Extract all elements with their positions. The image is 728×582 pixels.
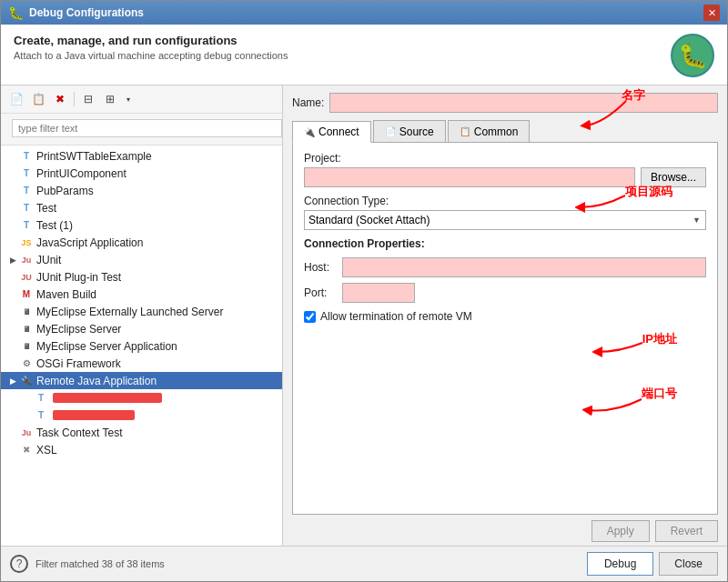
tree-item-printswt[interactable]: T PrintSWTTableExample [1,147,282,165]
toolbar-separator [74,92,75,106]
apply-revert-row: Apply Revert [292,515,718,542]
left-panel: 📄 📋 ✖ ⊟ ⊞ ▾ T PrintSWTTableExample [1,85,283,546]
toggle-maven [8,290,17,299]
debug-configurations-window: 🐛 Debug Configurations ✕ Create, manage,… [0,0,728,582]
tab-common-icon: 📋 [460,126,470,136]
toggle-printswt [8,152,17,161]
icon-redacted2: T [34,408,48,423]
tree-item-remote-java[interactable]: ▶ 🔌 Remote Java Application [1,372,282,389]
icon-task-context: Ju [19,426,34,440]
toggle-junit-plugin [8,273,17,282]
redacted-bar-2 [53,410,135,420]
toggle-redacted1 [23,394,32,403]
name-input[interactable] [329,93,718,113]
left-toolbar: 📄 📋 ✖ ⊟ ⊞ ▾ [1,85,282,114]
bug-icon: 🐛 [671,34,714,77]
tree-item-redacted1[interactable]: T [1,389,282,406]
tab-source-icon: 📄 [385,126,396,136]
browse-button[interactable]: Browse... [641,167,706,187]
tabs-bar: 🔌 Connect 📄 Source 📋 Common [292,120,718,143]
toggle-test [8,204,17,213]
tree-item-junit[interactable]: ▶ Ju JUnit [1,251,282,268]
header-subtitle: Attach to a Java virtual machine accepti… [14,50,288,61]
tree-item-redacted2[interactable]: T [1,406,282,424]
icon-printswt: T [19,149,34,164]
icon-pubparams: T [19,184,34,198]
icon-jsapp: JS [19,236,34,250]
port-row: Port: [304,283,706,303]
header-text: Create, manage, and run configurations A… [14,34,288,61]
delete-config-button[interactable]: ✖ [50,89,70,109]
filter-wrap [1,114,282,146]
tree-item-myeclipse-ext[interactable]: 🖥 MyEclipse Externally Launched Server [1,303,282,320]
toggle-junit: ▶ [8,256,17,265]
tree-item-test[interactable]: T Test [1,199,282,216]
toggle-redacted2 [23,411,32,420]
window-icon: 🐛 [8,5,24,20]
tab-connect-icon: 🔌 [304,127,315,137]
toggle-test1 [8,221,17,230]
icon-remote-java: 🔌 [19,374,34,388]
tree-item-osgi[interactable]: ⚙ OSGi Framework [1,355,282,372]
new-config-button[interactable]: 📄 [6,89,26,109]
icon-myeclipse-srv: 🖥 [19,322,34,336]
tree-item-xsl[interactable]: ✖ XSL [1,441,282,458]
conn-type-select-wrap: Standard (Socket Attach) Socket Listen ▼ [304,210,706,230]
conn-type-select[interactable]: Standard (Socket Attach) Socket Listen [304,210,706,230]
icon-myeclipse-app: 🖥 [19,339,34,354]
icon-test: T [19,201,34,216]
icon-redacted1: T [34,391,48,406]
tree-item-pubparams[interactable]: T PubParams [1,182,282,199]
allow-termination-label: Allow termination of remote VM [320,310,472,323]
debug-button[interactable]: Debug [587,552,653,576]
tab-connect[interactable]: 🔌 Connect [292,121,371,143]
tree-item-junit-plugin[interactable]: JU JUnit Plug-in Test [1,268,282,286]
tab-content: Project: Browse... Connection Type: Stan… [292,143,718,515]
window-close-button[interactable]: ✕ [703,5,720,21]
project-label: Project: [304,152,706,165]
icon-printui: T [19,166,34,181]
toggle-xsl [8,446,17,455]
tree-item-test1[interactable]: T Test (1) [1,216,282,234]
tree-item-task-context[interactable]: Ju Task Context Test [1,424,282,441]
toggle-remote-java: ▶ [8,376,17,386]
tree-item-myeclipse-srv[interactable]: 🖥 MyEclipse Server [1,320,282,337]
icon-osgi: ⚙ [19,356,34,371]
tree-area: T PrintSWTTableExample T PrintUIComponen… [1,146,282,546]
allow-termination-checkbox[interactable] [304,311,316,323]
host-row: Host: [304,257,706,277]
conn-props-label: Connection Properties: [304,237,706,250]
copy-config-button[interactable]: 📋 [28,89,48,109]
tab-common[interactable]: 📋 Common [448,120,531,142]
project-input[interactable] [304,167,635,187]
title-bar: 🐛 Debug Configurations ✕ [1,1,727,25]
toggle-task-context [8,428,17,437]
apply-button[interactable]: Apply [592,520,650,542]
filter-input[interactable] [12,119,282,137]
revert-button[interactable]: Revert [655,520,718,542]
icon-test1: T [19,218,34,233]
name-label: Name: [292,96,324,109]
tab-source[interactable]: 📄 Source [373,120,446,142]
header-title: Create, manage, and run configurations [14,34,288,47]
toggle-osgi [8,359,17,368]
host-input[interactable] [342,257,706,277]
icon-myeclipse-ext: 🖥 [19,305,34,319]
collapse-all-button[interactable]: ⊟ [78,89,98,109]
footer: ? Filter matched 38 of 38 items Debug Cl… [1,546,727,581]
tree-item-maven[interactable]: M Maven Build [1,286,282,303]
toggle-pubparams [8,186,17,196]
tree-item-printui[interactable]: T PrintUIComponent [1,165,282,182]
close-button[interactable]: Close [659,552,718,576]
footer-right: Debug Close [587,552,718,576]
help-button[interactable]: ? [10,555,28,573]
header-section: Create, manage, and run configurations A… [1,25,727,85]
port-input[interactable] [342,283,415,303]
main-content: 📄 📋 ✖ ⊟ ⊞ ▾ T PrintSWTTableExample [1,85,727,546]
tree-item-myeclipse-app[interactable]: 🖥 MyEclipse Server Application [1,337,282,355]
tree-item-jsapp[interactable]: JS JavaScript Application [1,234,282,251]
toolbar-dropdown-button[interactable]: ▾ [122,89,135,109]
conn-type-label: Connection Type: [304,195,706,207]
expand-all-button[interactable]: ⊞ [100,89,120,109]
toggle-myeclipse-ext [8,307,17,316]
